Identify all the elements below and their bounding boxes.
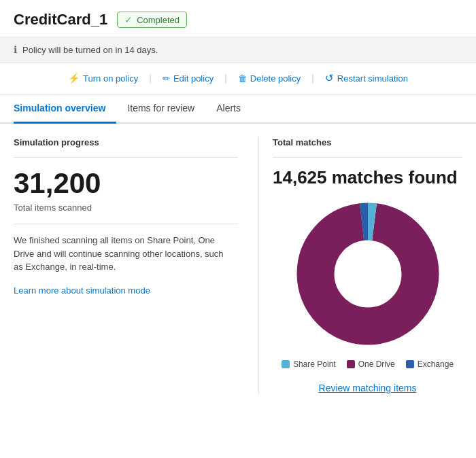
matches-panel: Total matches 14,625 matches found Share…: [273, 137, 462, 393]
status-badge: ✓ Completed: [117, 12, 187, 28]
delete-policy-button[interactable]: 🗑 Delete policy: [233, 71, 306, 86]
matches-number: 14,625 matches found: [273, 167, 462, 188]
legend-sharepoint: Share Point: [282, 359, 336, 369]
review-matching-items-link[interactable]: Review matching items: [273, 383, 462, 393]
onedrive-dot: [347, 360, 355, 368]
edit-policy-label: Edit policy: [173, 73, 214, 84]
turn-policy-label: Turn on policy: [83, 73, 138, 84]
page-title: CreditCard_1: [14, 11, 107, 29]
learn-more-link[interactable]: Learn more about simulation mode: [14, 285, 150, 296]
divider-top-left: [14, 157, 238, 158]
check-icon: ✓: [124, 14, 133, 25]
tab-simulation-overview[interactable]: Simulation overview: [14, 94, 116, 124]
divider-mid-left: [14, 224, 238, 224]
matches-section-label: Total matches: [273, 137, 462, 147]
sharepoint-label: Share Point: [293, 359, 336, 369]
total-items-number: 31,200: [14, 167, 238, 200]
chart-legend: Share Point One Drive Exchange: [273, 359, 462, 369]
main-content: Simulation progress 31,200 Total items s…: [0, 124, 476, 407]
lightning-icon: ⚡: [68, 73, 80, 84]
exchange-label: Exchange: [418, 359, 454, 369]
tab-alerts[interactable]: Alerts: [205, 94, 252, 124]
info-icon: ℹ: [14, 44, 17, 55]
page-header: CreditCard_1 ✓ Completed: [0, 0, 476, 37]
tab-bar: Simulation overview Items for review Ale…: [0, 94, 476, 124]
legend-onedrive: One Drive: [347, 359, 395, 369]
legend-exchange: Exchange: [406, 359, 454, 369]
restart-icon: ↺: [325, 72, 334, 84]
divider-1: |: [149, 73, 152, 84]
sharepoint-dot: [282, 360, 290, 368]
toolbar: ⚡ Turn on policy | ✏ Edit policy | 🗑 Del…: [0, 63, 476, 94]
edit-policy-button[interactable]: ✏ Edit policy: [157, 71, 219, 86]
restart-simulation-label: Restart simulation: [337, 73, 408, 84]
status-label: Completed: [137, 15, 180, 25]
total-items-label: Total items scanned: [14, 202, 238, 213]
banner-message: Policy will be turned on in 14 days.: [22, 45, 158, 55]
vertical-divider: [258, 137, 259, 393]
donut-hole: [335, 241, 401, 307]
donut-chart: [293, 199, 443, 349]
restart-simulation-button[interactable]: ↺ Restart simulation: [320, 69, 413, 87]
donut-svg: [293, 199, 443, 349]
simulation-section-label: Simulation progress: [14, 137, 238, 147]
simulation-panel: Simulation progress 31,200 Total items s…: [14, 137, 258, 393]
exchange-dot: [406, 360, 414, 368]
simulation-description: We finished scanning all items on Share …: [14, 234, 231, 274]
onedrive-label: One Drive: [358, 359, 395, 369]
divider-top-right: [273, 157, 462, 158]
divider-3: |: [311, 73, 314, 84]
delete-policy-label: Delete policy: [250, 73, 301, 84]
divider-2: |: [224, 73, 227, 84]
pencil-icon: ✏: [163, 73, 170, 84]
info-banner: ℹ Policy will be turned on in 14 days.: [0, 37, 476, 63]
turn-policy-button[interactable]: ⚡ Turn on policy: [63, 70, 143, 86]
tab-items-for-review[interactable]: Items for review: [116, 94, 205, 124]
trash-icon: 🗑: [238, 73, 247, 84]
